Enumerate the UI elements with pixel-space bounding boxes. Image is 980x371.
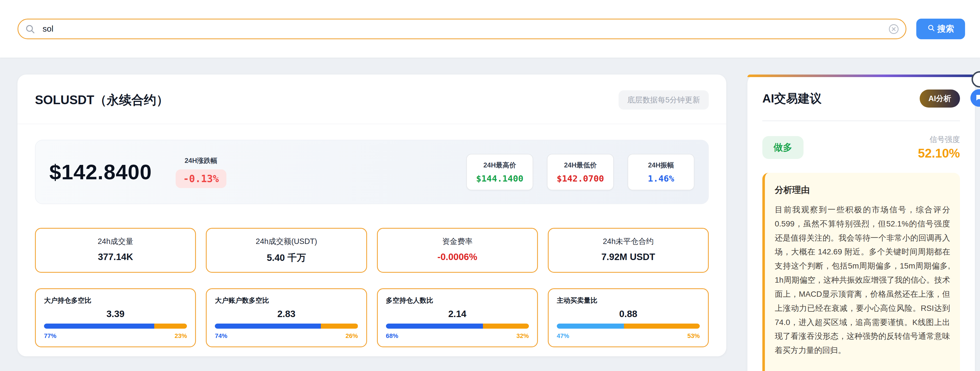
ratio-long-percent: 77%	[44, 332, 56, 340]
range-stat-label: 24H振幅	[631, 161, 691, 170]
range-stat-card: 24H振幅1.46%	[628, 154, 694, 190]
stat-card-value: 377.14K	[41, 251, 189, 262]
search-button[interactable]: 搜索	[916, 19, 965, 39]
data-update-note: 底层数据每5分钟更新	[619, 90, 709, 110]
ratio-bar	[215, 323, 358, 329]
signal-strength-label: 信号强度	[918, 134, 960, 145]
ratio-long-percent: 68%	[386, 332, 398, 340]
ratio-bar-long-segment	[386, 323, 483, 329]
range-stats-group: 24H最高价$144.140024H最低价$142.070024H振幅1.46%	[452, 154, 694, 190]
ratio-card-value: 2.83	[215, 309, 358, 319]
stat-card-label: 24h未平仓合约	[554, 236, 702, 246]
ratio-bar-long-segment	[215, 323, 321, 329]
search-icon	[25, 24, 35, 34]
stat-cards-row: 24h成交量377.14K24h成交额(USDT)5.40 千万资金费率-0.0…	[35, 228, 709, 273]
search-button-label: 搜索	[937, 23, 955, 35]
ai-analysis-badge[interactable]: AI分析	[920, 90, 960, 107]
ratio-percentages: 77%23%	[44, 332, 187, 340]
range-stat-label: 24H最低价	[550, 161, 611, 170]
search-button-icon	[927, 24, 935, 34]
analysis-reason-title: 分析理由	[775, 184, 950, 196]
ratio-card-value: 2.14	[386, 309, 529, 319]
stat-card-value: 7.92M USDT	[554, 251, 702, 262]
ratio-short-percent: 32%	[517, 332, 529, 340]
ai-panel-title: AI交易建议	[762, 91, 822, 106]
current-price: $142.8400	[49, 160, 152, 184]
market-card-header: SOLUSDT（永续合约） 底层数据每5分钟更新	[18, 75, 726, 124]
stat-card: 24h未平仓合约7.92M USDT	[548, 228, 709, 273]
ratio-card: 大户账户数多空比2.8374%26%	[206, 288, 367, 347]
ratio-short-percent: 26%	[345, 332, 358, 340]
symbol-title: SOLUSDT（永续合约）	[35, 92, 169, 109]
clear-search-icon[interactable]	[888, 23, 900, 35]
chat-icon	[975, 93, 980, 103]
ratio-bar-short-segment	[483, 323, 529, 329]
ratio-card-label: 大户账户数多空比	[215, 296, 358, 305]
ratio-card-label: 大户持仓多空比	[44, 296, 187, 305]
search-field-wrap	[18, 19, 907, 39]
range-stat-label: 24H最高价	[469, 161, 530, 170]
ratio-card: 多空持仓人数比2.1468%32%	[377, 288, 538, 347]
ratio-bar-long-segment	[44, 323, 154, 329]
ratio-card-value: 3.39	[44, 309, 187, 319]
analysis-reason-card: 分析理由 目前我观察到一些积极的市场信号，综合评分 0.599，虽然不算特别强烈…	[762, 173, 960, 371]
stat-card-label: 24h成交额(USDT)	[212, 236, 360, 246]
ratio-bar	[386, 323, 529, 329]
stat-card-value: -0.0006%	[383, 251, 531, 262]
ratio-long-percent: 74%	[215, 332, 227, 340]
ratio-bar-short-segment	[624, 323, 700, 329]
ratio-percentages: 68%32%	[386, 332, 529, 340]
stat-card-value: 5.40 千万	[212, 251, 360, 264]
ratio-card-label: 主动买卖量比	[557, 296, 700, 305]
market-data-card: SOLUSDT（永续合约） 底层数据每5分钟更新 $142.8400 24H涨跌…	[18, 75, 726, 356]
range-stat-card: 24H最高价$144.1400	[466, 154, 533, 190]
ratio-short-percent: 23%	[175, 332, 187, 340]
ratio-cards-row: 大户持仓多空比3.3977%23%大户账户数多空比2.8374%26%多空持仓人…	[35, 288, 709, 347]
ratio-bar	[44, 323, 187, 329]
signal-row: 做多 信号强度 52.10%	[762, 134, 960, 160]
ratio-card: 大户持仓多空比3.3977%23%	[35, 288, 196, 347]
ai-panel-header: AI交易建议 AI分析	[762, 90, 960, 121]
stat-card-label: 24h成交量	[41, 236, 189, 246]
top-search-bar: 搜索	[0, 0, 980, 58]
range-stat-value: $144.1400	[469, 173, 530, 184]
ai-panel-inner: AI交易建议 AI分析 做多 信号强度 52.10% 分析理由 目前我观察到一些…	[748, 77, 975, 371]
ratio-card: 主动买卖量比0.8847%53%	[548, 288, 709, 347]
ratio-card-label: 多空持仓人数比	[386, 296, 529, 305]
signal-strength-block: 信号强度 52.10%	[918, 134, 960, 160]
search-input[interactable]	[18, 19, 907, 39]
ratio-bar-long-segment	[557, 323, 624, 329]
ratio-bar	[557, 323, 700, 329]
ratio-short-percent: 53%	[687, 332, 700, 340]
stat-card: 资金费率-0.0006%	[377, 228, 538, 273]
panel-gradient-bar	[748, 75, 975, 77]
direction-badge: 做多	[762, 136, 803, 159]
stat-card: 24h成交量377.14K	[35, 228, 196, 273]
change-24h-label: 24H涨跌幅	[176, 156, 226, 165]
ai-advice-panel: AI交易建议 AI分析 做多 信号强度 52.10% 分析理由 目前我观察到一些…	[748, 75, 975, 371]
ratio-card-value: 0.88	[557, 309, 700, 319]
ratio-bar-short-segment	[321, 323, 358, 329]
change-24h-value: -0.13%	[176, 170, 226, 188]
ratio-long-percent: 47%	[557, 332, 569, 340]
price-panel: $142.8400 24H涨跌幅 -0.13% 24H最高价$144.14002…	[35, 140, 709, 204]
stat-card-label: 资金费率	[383, 236, 531, 246]
ratio-bar-short-segment	[154, 323, 187, 329]
range-stat-value: 1.46%	[631, 173, 691, 184]
ratio-percentages: 47%53%	[557, 332, 700, 340]
signal-strength-value: 52.10%	[918, 146, 960, 160]
range-stat-value: $142.0700	[550, 173, 611, 184]
range-stat-card: 24H最低价$142.0700	[547, 154, 614, 190]
stat-card: 24h成交额(USDT)5.40 千万	[206, 228, 367, 273]
analysis-reason-text: 目前我观察到一些积极的市场信号，综合评分 0.599，虽然不算特别强烈，但52.…	[775, 203, 950, 357]
ratio-percentages: 74%26%	[215, 332, 358, 340]
change-24h-block: 24H涨跌幅 -0.13%	[176, 156, 226, 188]
